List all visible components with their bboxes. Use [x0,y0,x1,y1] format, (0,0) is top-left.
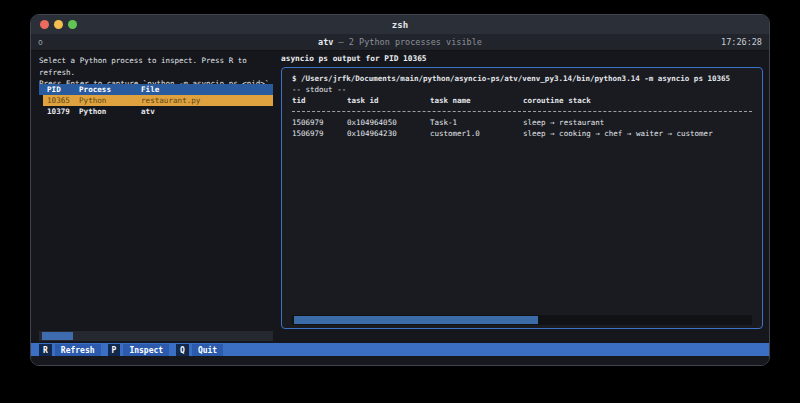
close-window-button[interactable] [40,20,49,29]
cell-pid: 10365 [39,95,79,106]
window-titlebar[interactable]: zsh [31,15,769,34]
minimize-window-button[interactable] [54,20,63,29]
process-table-header: PID Process File [39,84,273,95]
scrollbar-thumb[interactable] [42,332,73,340]
cell-task-id: 0x104964230 [347,128,430,139]
col-task-name: task name [430,95,523,106]
clock: 17:26:28 [721,37,762,47]
instructions-line-1: Select a Python process to inspect. Pres… [39,55,275,67]
tab-subtitle: — 2 Python processes visible [333,37,481,47]
cell-file: atv [141,106,273,117]
command-line: $ /Users/jrfk/Documents/main/python/asyn… [292,73,752,84]
cell-process: Python [79,95,141,106]
output-horizontal-scrollbar[interactable] [292,315,752,325]
terminal-window: zsh o atv — 2 Python processes visible 1… [30,14,770,366]
cell-task-name: customer1.0 [430,128,523,139]
left-panel-horizontal-scrollbar[interactable] [39,331,273,341]
cell-coroutine-stack: sleep → cooking → chef → waiter → custom… [523,128,752,139]
task-row: 1506979 0x104964050 Task-1 sleep → resta… [292,117,752,128]
col-tid: tid [292,95,347,106]
process-table: PID Process File 10365 Python restaurant… [39,84,273,117]
cell-file: restaurant.py [141,95,273,106]
process-row-selected[interactable]: 10365 Python restaurant.py [39,95,273,106]
col-task-id: task id [347,95,430,106]
stream-label: -- stdout -- [292,84,752,95]
asyncio-output-box[interactable]: $ /Users/jrfk/Documents/main/python/asyn… [281,67,763,329]
output-panel-title: asyncio ps output for PID 10365 [281,54,427,63]
process-row[interactable]: 10379 Python atv [39,106,273,117]
task-table-header: tid task id task name coroutine stack [292,95,752,106]
col-process: Process [79,84,141,95]
cell-pid: 10379 [39,106,79,117]
col-pid: PID [39,84,79,95]
window-title: zsh [392,20,408,30]
zoom-window-button[interactable] [68,20,77,29]
col-file: File [141,84,273,95]
cell-tid: 1506979 [292,117,347,128]
traffic-lights [40,20,77,29]
window-bottom-strip [31,356,769,365]
output-lines: $ /Users/jrfk/Documents/main/python/asyn… [292,73,752,139]
task-row: 1506979 0x104964230 customer1.0 sleep → … [292,128,752,139]
tab-title[interactable]: atv — 2 Python processes visible [31,37,769,47]
scrollbar-thumb[interactable] [294,316,538,324]
instructions-line-2: refresh. [39,67,275,79]
cell-task-name: Task-1 [430,117,523,128]
cell-process: Python [79,106,141,117]
cell-tid: 1506979 [292,128,347,139]
tab-app-name: atv [318,37,333,47]
cell-coroutine-stack: sleep → restaurant [523,117,752,128]
cell-task-id: 0x104964050 [347,117,430,128]
tui-content: Select a Python process to inspect. Pres… [31,51,769,343]
col-coroutine-stack: coroutine stack [523,95,752,106]
screenshot-stage: zsh o atv — 2 Python processes visible 1… [0,0,800,403]
terminal-status-bar: o atv — 2 Python processes visible 17:26… [31,34,769,51]
session-indicator-icon: o [38,38,43,47]
